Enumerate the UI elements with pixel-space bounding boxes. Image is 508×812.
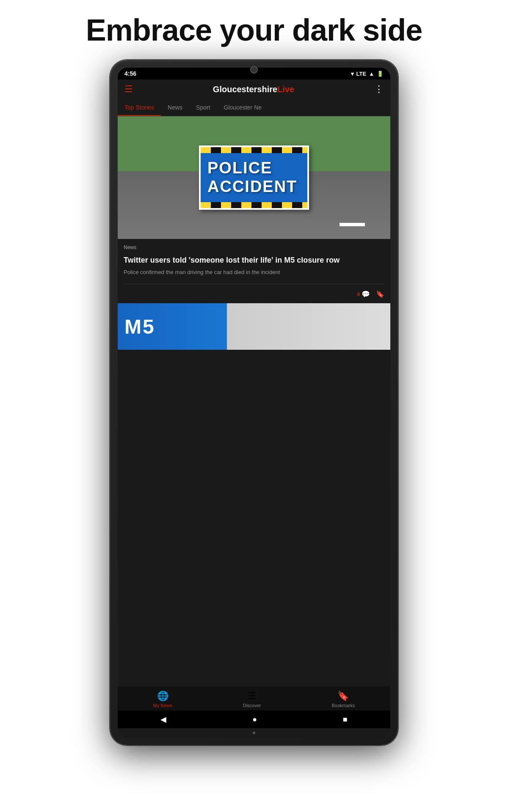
preview-sign-text: M5 — [124, 315, 155, 338]
my-news-label: My News — [153, 703, 172, 708]
article-title: Twitter users told 'someone lost their l… — [118, 252, 390, 269]
app-header: ☰ GloucestershireLive ⋮ — [118, 80, 390, 99]
article-card[interactable]: POLICE ACCIDENT News Twitter users told … — [118, 116, 390, 303]
status-time: 4:56 — [124, 70, 136, 77]
road-marking — [340, 223, 365, 226]
content-area: POLICE ACCIDENT News Twitter users told … — [118, 116, 390, 686]
lte-label: LTE — [356, 71, 367, 77]
signal-bars-icon: ▲ — [369, 71, 374, 77]
tab-top-stories[interactable]: Top Stories — [118, 99, 161, 116]
more-options-icon[interactable]: ⋮ — [374, 84, 384, 95]
system-nav: ◀ ● ■ — [118, 710, 390, 728]
police-accident-sign: POLICE ACCIDENT — [199, 145, 309, 209]
article-actions: 4 💬 🔖 — [118, 288, 390, 303]
bookmarks-icon: 🔖 — [337, 691, 349, 702]
sign-line-2: ACCIDENT — [207, 178, 301, 196]
home-button[interactable]: ● — [252, 715, 257, 724]
nav-bookmarks[interactable]: 🔖 Bookmarks — [331, 691, 355, 708]
status-icons: ▾ LTE ▲ 🔋 — [351, 71, 384, 77]
bottom-indicator — [118, 728, 390, 738]
sign-line-1: POLICE — [207, 159, 301, 178]
bookmarks-label: Bookmarks — [331, 703, 355, 708]
article-excerpt: Police confirmed the man driving the car… — [118, 269, 390, 280]
recents-button[interactable]: ■ — [343, 715, 348, 724]
discover-icon: ☰ — [248, 691, 256, 702]
tab-sport[interactable]: Sport — [189, 99, 217, 116]
comment-action[interactable]: 4 💬 — [357, 290, 370, 298]
sign-stripe-top — [201, 147, 307, 153]
sign-stripe-bottom — [201, 202, 307, 208]
page-headline: Embrace your dark side — [0, 0, 508, 56]
article-category: News — [124, 244, 136, 250]
nav-my-news[interactable]: 🌐 My News — [153, 691, 172, 708]
hamburger-menu-icon[interactable]: ☰ — [124, 84, 133, 95]
comment-icon: 💬 — [362, 290, 370, 298]
bottom-nav: 🌐 My News ☰ Discover 🔖 Bookmarks — [118, 686, 390, 710]
bookmark-action[interactable]: 🔖 — [376, 290, 384, 298]
article-meta: News — [118, 239, 390, 252]
article-preview[interactable]: M5 — [118, 303, 390, 350]
article-image: POLICE ACCIDENT — [118, 116, 390, 239]
tab-gloucester[interactable]: Gloucester Ne — [217, 99, 268, 116]
nav-discover[interactable]: ☰ Discover — [243, 691, 261, 708]
app-title: GloucestershireLive — [213, 85, 294, 94]
battery-icon: 🔋 — [377, 71, 384, 77]
tabs-bar: Top Stories News Sport Gloucester Ne — [118, 99, 390, 116]
app-title-part2: Live — [277, 85, 294, 94]
bottom-dot — [253, 732, 255, 734]
sign-text-area: POLICE ACCIDENT — [201, 153, 307, 202]
comment-count: 4 — [357, 291, 360, 297]
back-button[interactable]: ◀ — [160, 715, 166, 724]
tablet-device: 4:56 ▾ LTE ▲ 🔋 ☰ GloucestershireLive ⋮ — [110, 60, 398, 745]
bookmark-icon: 🔖 — [376, 290, 384, 298]
device-wrapper: 4:56 ▾ LTE ▲ 🔋 ☰ GloucestershireLive ⋮ — [0, 56, 508, 745]
tab-news[interactable]: News — [161, 99, 189, 116]
tablet-screen: 4:56 ▾ LTE ▲ 🔋 ☰ GloucestershireLive ⋮ — [118, 68, 390, 738]
my-news-icon: 🌐 — [157, 691, 168, 702]
article-divider — [124, 284, 384, 284]
status-bar: 4:56 ▾ LTE ▲ 🔋 — [118, 68, 390, 80]
discover-label: Discover — [243, 703, 261, 708]
app-title-part1: Gloucestershire — [213, 85, 277, 94]
wifi-icon: ▾ — [351, 71, 354, 77]
